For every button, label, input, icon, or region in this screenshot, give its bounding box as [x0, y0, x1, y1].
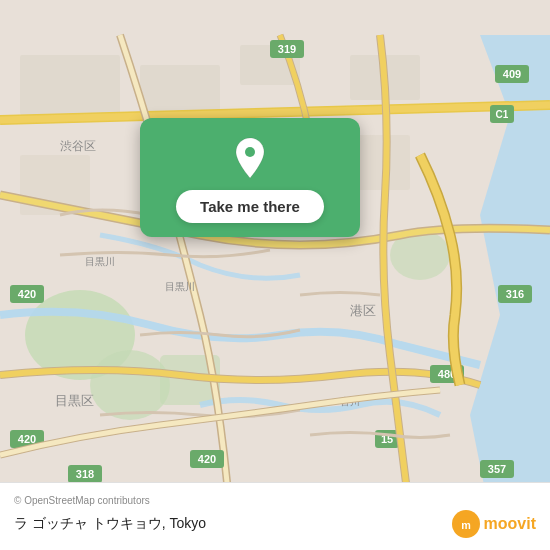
- svg-text:420: 420: [198, 453, 216, 465]
- location-pin-icon: [232, 136, 268, 180]
- svg-text:渋谷区: 渋谷区: [60, 139, 96, 153]
- svg-rect-5: [20, 55, 120, 115]
- moovit-text: moovit: [484, 515, 536, 533]
- svg-text:409: 409: [503, 68, 521, 80]
- svg-text:318: 318: [76, 468, 94, 480]
- svg-text:319: 319: [278, 43, 296, 55]
- svg-text:316: 316: [506, 288, 524, 300]
- location-name: ラ ゴッチャ トウキョウ, Tokyo: [14, 515, 206, 533]
- take-me-there-button[interactable]: Take me there: [176, 190, 324, 223]
- moovit-logo: m moovit: [452, 510, 536, 538]
- map-attribution: © OpenStreetMap contributors: [14, 495, 536, 506]
- svg-text:357: 357: [488, 463, 506, 475]
- svg-text:420: 420: [18, 433, 36, 445]
- svg-text:m: m: [461, 519, 471, 531]
- svg-text:港区: 港区: [350, 303, 376, 318]
- svg-text:目黒川: 目黒川: [85, 256, 115, 267]
- svg-text:目黒区: 目黒区: [55, 393, 94, 408]
- map-container: 319 412 409 C1 420 420 420 316 480 15 31…: [0, 0, 550, 550]
- svg-point-41: [245, 147, 255, 157]
- svg-text:420: 420: [18, 288, 36, 300]
- svg-text:C1: C1: [496, 109, 509, 120]
- location-card: Take me there: [140, 118, 360, 237]
- svg-point-2: [90, 350, 170, 420]
- location-info: ラ ゴッチャ トウキョウ, Tokyo m moovit: [14, 510, 536, 538]
- svg-rect-6: [140, 65, 220, 115]
- svg-text:目黒川: 目黒川: [165, 281, 195, 292]
- map-background: 319 412 409 C1 420 420 420 316 480 15 31…: [0, 0, 550, 550]
- bottom-bar: © OpenStreetMap contributors ラ ゴッチャ トウキョ…: [0, 482, 550, 550]
- moovit-icon: m: [452, 510, 480, 538]
